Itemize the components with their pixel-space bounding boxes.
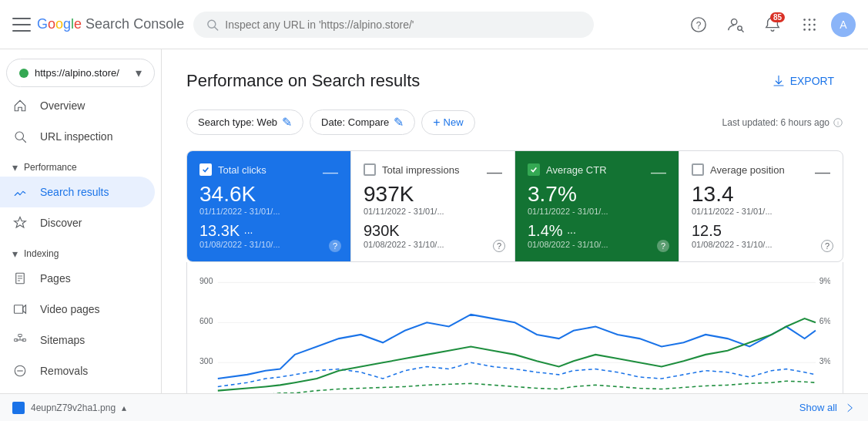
sidebar-item-label: Overview bbox=[40, 99, 85, 112]
date-filter[interactable]: Date: Compare ✎ bbox=[310, 109, 415, 135]
metric-checkbox bbox=[692, 163, 704, 176]
y-label-900: 900 bbox=[199, 276, 213, 286]
new-filter-button[interactable]: + New bbox=[421, 110, 474, 135]
collapse-icon: ▾ bbox=[12, 248, 18, 260]
experience-section[interactable]: ▾ Experience bbox=[0, 386, 161, 393]
chart-area: 900 600 300 0 9% 6% 3% 0% 10 20 30 40 50… bbox=[186, 262, 843, 393]
ctr-line-2 bbox=[218, 381, 816, 393]
y-label-3pct: 3% bbox=[819, 356, 830, 366]
sidebar-item-sitemaps[interactable]: Sitemaps bbox=[0, 325, 155, 355]
svg-line-6 bbox=[742, 29, 743, 31]
metric-card-average-ctr[interactable]: Average CTR 3.7% 01/11/2022 - 31/01/... … bbox=[515, 151, 679, 261]
sidebar-item-label: Sitemaps bbox=[40, 334, 85, 346]
search-type-label: Search type: Web bbox=[198, 116, 277, 128]
metric-value: 34.6K bbox=[199, 182, 338, 207]
performance-section[interactable]: ▾ Performance bbox=[0, 152, 161, 177]
video-icon bbox=[12, 301, 28, 317]
search-bar[interactable] bbox=[193, 12, 594, 38]
site-name: https://alpino.store/ bbox=[35, 67, 129, 79]
avatar[interactable]: A bbox=[831, 12, 856, 37]
home-icon bbox=[12, 98, 28, 113]
clicks-line-2 bbox=[218, 362, 816, 386]
sidebar-item-discover[interactable]: Discover bbox=[0, 207, 155, 238]
metric-label: Total impressions bbox=[382, 164, 459, 176]
remove-icon bbox=[12, 363, 28, 379]
search-type-filter[interactable]: Search type: Web ✎ bbox=[186, 109, 303, 135]
svg-point-11 bbox=[809, 23, 811, 25]
metric-second-value: 12.5 bbox=[692, 222, 830, 240]
filters-bar: Search type: Web ✎ Date: Compare ✎ + New… bbox=[186, 109, 843, 135]
date-label: Date: Compare bbox=[321, 116, 389, 128]
metric-date2: 01/08/2022 - 31/10/... bbox=[528, 240, 666, 249]
help-button[interactable]: ? bbox=[683, 9, 714, 40]
help-icon[interactable]: ? bbox=[493, 240, 505, 252]
notification-count: 85 bbox=[770, 12, 785, 22]
y-label-600: 600 bbox=[199, 316, 213, 326]
metric-cards: Total clicks 34.6K 01/11/2022 - 31/01/..… bbox=[186, 150, 843, 262]
metric-label: Average CTR bbox=[546, 164, 607, 176]
metric-checkbox bbox=[528, 163, 540, 176]
sidebar-item-video-pages[interactable]: Video pages bbox=[0, 294, 155, 325]
metric-date2: 01/08/2022 - 31/10/... bbox=[692, 240, 830, 249]
profile-search-button[interactable] bbox=[720, 9, 751, 40]
metric-dash: — bbox=[487, 163, 502, 181]
last-updated: Last updated: 6 hours ago i bbox=[722, 117, 843, 128]
chevron-up-icon: ▴ bbox=[122, 402, 126, 413]
svg-point-16 bbox=[15, 132, 24, 140]
chevron-down-icon: ▾ bbox=[136, 66, 142, 80]
y-label-300: 300 bbox=[199, 356, 213, 366]
app-logo: Google Search Console bbox=[37, 16, 184, 32]
sidebar-item-url-inspection[interactable]: URL inspection bbox=[0, 121, 155, 152]
hamburger-menu[interactable] bbox=[12, 15, 31, 34]
metric-card-total-clicks[interactable]: Total clicks 34.6K 01/11/2022 - 31/01/..… bbox=[187, 151, 351, 261]
help-icon: ? bbox=[690, 16, 707, 33]
export-label: EXPORT bbox=[790, 75, 834, 87]
apps-button[interactable] bbox=[794, 9, 825, 40]
metric-card-total-impressions[interactable]: Total impressions 937K 01/11/2022 - 31/0… bbox=[351, 151, 515, 261]
file-icon bbox=[12, 402, 25, 414]
site-selector[interactable]: https://alpino.store/ ▾ bbox=[6, 59, 155, 87]
metric-card-average-position[interactable]: Average position 13.4 01/11/2022 - 31/01… bbox=[679, 151, 843, 261]
star-icon bbox=[12, 215, 28, 231]
sidebar: https://alpino.store/ ▾ Overview URL ins… bbox=[0, 49, 162, 393]
metric-checkbox bbox=[364, 163, 376, 176]
logo-text: Google Search Console bbox=[37, 16, 184, 32]
notifications-button[interactable]: 85 bbox=[757, 9, 788, 40]
svg-point-10 bbox=[803, 23, 806, 25]
page-title: Performance on Search results bbox=[186, 71, 420, 91]
topbar-actions: ? 85 bbox=[683, 9, 856, 40]
svg-point-4 bbox=[732, 19, 737, 24]
y-label-6pct: 6% bbox=[819, 316, 830, 326]
logo-area: Google Search Console bbox=[12, 15, 184, 34]
page-header: Performance on Search results EXPORT bbox=[186, 68, 843, 94]
help-icon[interactable]: ? bbox=[657, 240, 669, 252]
chart-svg: 900 600 300 0 9% 6% 3% 0% 10 20 30 40 50… bbox=[199, 274, 830, 393]
indexing-section[interactable]: ▾ Indexing bbox=[0, 238, 161, 263]
sidebar-item-label: Video pages bbox=[40, 303, 100, 315]
sidebar-item-label: Pages bbox=[40, 272, 71, 285]
svg-point-9 bbox=[813, 19, 816, 21]
last-updated-text: Last updated: 6 hours ago bbox=[722, 117, 829, 128]
url-inspect-input[interactable] bbox=[225, 19, 581, 31]
sidebar-item-label: Removals bbox=[40, 365, 88, 377]
new-label: New bbox=[444, 116, 464, 128]
metric-dash: — bbox=[323, 163, 338, 181]
export-button[interactable]: EXPORT bbox=[762, 68, 843, 94]
help-icon[interactable]: ? bbox=[329, 240, 341, 252]
metric-dash: — bbox=[815, 163, 830, 181]
help-icon[interactable]: ? bbox=[821, 240, 833, 252]
sidebar-item-removals[interactable]: Removals bbox=[0, 355, 155, 386]
edit-icon: ✎ bbox=[394, 115, 404, 130]
person-search-icon bbox=[727, 16, 744, 33]
svg-text:i: i bbox=[837, 120, 839, 125]
sidebar-item-search-results[interactable]: Search results bbox=[0, 177, 155, 207]
metric-second-value: 930K bbox=[364, 222, 502, 240]
metric-date2: 01/08/2022 - 31/10/... bbox=[199, 240, 338, 249]
bottom-bar: 4eupnZ79v2ha1.png ▴ Show all bbox=[0, 393, 868, 421]
main-layout: https://alpino.store/ ▾ Overview URL ins… bbox=[0, 49, 868, 393]
ctr-line-1 bbox=[218, 318, 816, 391]
plus-icon: + bbox=[433, 116, 440, 130]
sidebar-item-overview[interactable]: Overview bbox=[0, 90, 155, 121]
show-all-button[interactable]: Show all bbox=[799, 402, 837, 413]
sidebar-item-pages[interactable]: Pages bbox=[0, 263, 155, 294]
